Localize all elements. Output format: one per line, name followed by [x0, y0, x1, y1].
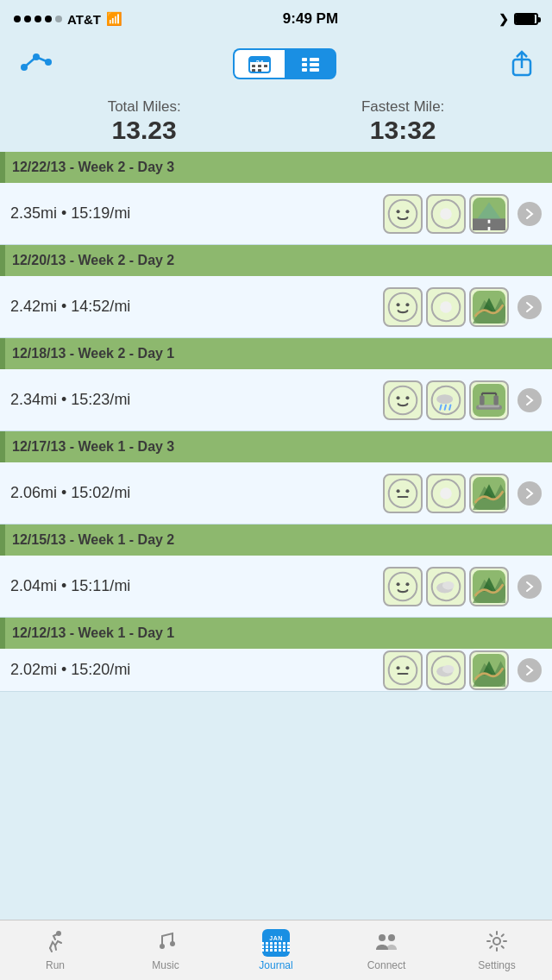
- row-icons: [383, 650, 509, 690]
- list-item[interactable]: 2.02mi • 15:20/mi: [0, 649, 552, 692]
- row-distance-pace: 2.04mi • 15:11/mi: [10, 577, 374, 595]
- journal-calendar-icon: JAN: [262, 929, 290, 957]
- svg-rect-47: [473, 384, 505, 417]
- section-header-5: 12/12/13 - Week 1 - Day 1: [0, 618, 552, 649]
- svg-point-87: [388, 934, 395, 941]
- tab-run-label: Run: [46, 959, 65, 971]
- svg-line-45: [445, 405, 446, 409]
- weather-icon-box: [426, 650, 466, 690]
- list-item[interactable]: 2.04mi • 15:11/mi: [0, 556, 552, 618]
- list-item[interactable]: 2.35mi • 15:19/mi: [0, 183, 552, 245]
- total-miles-block: Total Miles: 13.23: [108, 98, 181, 144]
- status-right: ❯: [499, 12, 538, 26]
- signal-dot-5: [55, 16, 62, 22]
- settings-icon: [485, 929, 509, 957]
- svg-point-56: [397, 489, 400, 493]
- terrain-icon-box: [469, 567, 509, 606]
- weather-icon-box: [426, 380, 466, 420]
- svg-point-75: [405, 666, 409, 669]
- svg-point-66: [405, 582, 409, 586]
- journal-list: 12/22/13 - Week 2 - Day 3 2.35mi • 15:19…: [0, 152, 552, 920]
- mood-icon-box: [383, 474, 423, 513]
- svg-point-41: [405, 396, 409, 399]
- svg-rect-12: [258, 69, 261, 72]
- svg-point-86: [379, 934, 386, 941]
- carrier-label: AT&T: [67, 12, 101, 27]
- toolbar-left: [17, 47, 60, 81]
- wifi-icon: 📶: [106, 11, 122, 27]
- terrain-icon-box: [469, 650, 509, 690]
- svg-rect-17: [310, 63, 319, 66]
- terrain-icon-box: [469, 380, 509, 420]
- mood-icon-box: [383, 194, 423, 234]
- svg-point-35: [440, 301, 452, 313]
- svg-point-55: [389, 479, 417, 507]
- tab-run[interactable]: Run: [0, 920, 110, 980]
- music-icon: [154, 929, 178, 957]
- weather-icon-box: [426, 287, 466, 327]
- svg-point-79: [442, 664, 455, 673]
- svg-rect-51: [493, 395, 498, 405]
- mood-icon-box: [383, 567, 423, 606]
- cal-grid: [261, 942, 291, 952]
- detail-chevron-button[interactable]: [518, 388, 542, 412]
- tab-connect-label: Connect: [367, 959, 406, 971]
- signal-dots: [14, 16, 62, 22]
- connect-icon: [374, 929, 398, 957]
- section-header-0: 12/22/13 - Week 2 - Day 3: [0, 152, 552, 183]
- svg-rect-10: [264, 65, 267, 67]
- location-icon: ❯: [499, 12, 509, 26]
- svg-point-31: [389, 292, 417, 321]
- mood-icon-box: [383, 650, 423, 690]
- terrain-icon-box: [469, 194, 509, 234]
- list-item[interactable]: 2.42mi • 14:52/mi: [0, 276, 552, 338]
- tab-music-label: Music: [152, 959, 179, 971]
- run-icon: [43, 929, 67, 957]
- toolbar: 24: [0, 38, 552, 90]
- calendar-view-button[interactable]: 24: [233, 48, 285, 79]
- row-distance-pace: 2.34mi • 15:23/mi: [10, 391, 374, 409]
- share-button[interactable]: [509, 47, 535, 81]
- section-header-2: 12/18/13 - Week 2 - Day 1: [0, 338, 552, 369]
- toolbar-right[interactable]: [509, 47, 535, 81]
- svg-point-25: [440, 208, 452, 220]
- svg-point-60: [440, 487, 452, 499]
- row-distance-pace: 2.42mi • 14:52/mi: [10, 298, 374, 316]
- terrain-icon-box: [469, 287, 509, 327]
- svg-rect-13: [302, 58, 307, 61]
- tab-journal[interactable]: JAN Journal: [221, 920, 331, 980]
- tab-settings-label: Settings: [478, 959, 515, 971]
- tab-settings[interactable]: Settings: [442, 920, 552, 980]
- row-icons: [383, 380, 509, 420]
- chart-icon[interactable]: [17, 47, 60, 81]
- detail-chevron-button[interactable]: [518, 658, 542, 682]
- section-header-3: 12/17/13 - Week 1 - Day 3: [0, 431, 552, 462]
- segment-control[interactable]: 24: [233, 48, 336, 79]
- svg-point-40: [397, 396, 400, 399]
- weather-icon-box: [426, 567, 466, 606]
- list-item[interactable]: 2.06mi • 15:02/mi: [0, 462, 552, 525]
- signal-dot-1: [14, 16, 21, 22]
- fastest-mile-block: Fastest Mile: 13:32: [361, 98, 444, 144]
- terrain-icon-box: [469, 474, 509, 513]
- battery-fill: [516, 15, 535, 23]
- svg-point-21: [389, 199, 417, 228]
- svg-rect-11: [252, 69, 255, 72]
- detail-chevron-button[interactable]: [518, 202, 542, 226]
- row-distance-pace: 2.02mi • 15:20/mi: [10, 661, 374, 679]
- detail-chevron-button[interactable]: [518, 481, 542, 506]
- battery-icon: [514, 13, 538, 25]
- signal-dot-3: [34, 16, 41, 22]
- detail-chevron-button[interactable]: [518, 295, 542, 319]
- svg-point-85: [170, 941, 175, 946]
- clock: 9:49 PM: [283, 10, 338, 28]
- tab-connect[interactable]: Connect: [331, 920, 442, 980]
- total-miles-label: Total Miles:: [108, 98, 181, 116]
- tab-music[interactable]: Music: [110, 920, 221, 980]
- list-view-button[interactable]: [285, 48, 336, 79]
- list-item[interactable]: 2.34mi • 15:23/mi: [0, 369, 552, 431]
- row-distance-pace: 2.35mi • 15:19/mi: [10, 204, 374, 223]
- signal-dot-4: [45, 16, 52, 22]
- svg-point-32: [397, 303, 400, 306]
- detail-chevron-button[interactable]: [518, 575, 542, 599]
